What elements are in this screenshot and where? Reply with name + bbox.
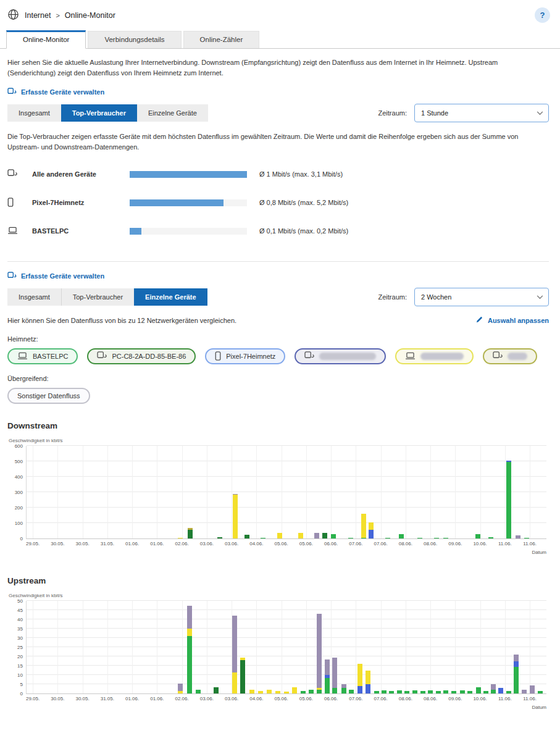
chip-bastelpc[interactable]: BASTELPC (7, 348, 78, 364)
x-tick-label: 05.06. (299, 541, 313, 546)
top-segment-insgesamt[interactable]: Insgesamt (7, 104, 61, 122)
x-tick-label: 06.06. (324, 541, 338, 546)
chart-bar (332, 658, 337, 694)
device-name: BASTELPC (32, 227, 130, 235)
chart-bar (301, 691, 306, 694)
laptop-icon (405, 352, 416, 361)
chart-bar (292, 687, 297, 694)
device-stack-icon (7, 88, 17, 96)
chevron-down-icon (537, 293, 543, 301)
breadcrumb-internet[interactable]: Internet (25, 11, 51, 20)
chart-bar (506, 461, 511, 538)
chart-bar (267, 690, 272, 694)
x-tick-label: 10.06. (473, 696, 487, 701)
x-tick-label: 30.05. (51, 541, 64, 546)
y-tick-label: 35 (7, 626, 23, 632)
y-axis-label: Geschwindigkeit in kbit/s (9, 593, 63, 598)
laptop-icon (7, 227, 32, 236)
chart-bar (275, 691, 280, 694)
chart-bar (188, 528, 193, 539)
chart-bar (314, 533, 319, 538)
tab-bar: Online-MonitorVerbindungsdetailsOnline-Z… (0, 30, 560, 49)
adjust-selection-label: Auswahl anpassen (488, 317, 549, 324)
x-tick-label: 11.06. (523, 696, 537, 701)
chip-sonstiger-datenfluss[interactable]: Sonstiger Datenfluss (7, 388, 90, 404)
chart-bar (233, 494, 238, 539)
x-tick-label: 29.05. (26, 541, 40, 546)
device-name: Pixel-7Heimnetz (32, 199, 130, 206)
device-row-bastelpc: BASTELPCØ 0,1 Mbit/s (max. 0,2 Mbit/s) (7, 217, 549, 245)
bottom-segment-top-verbraucher[interactable]: Top-Verbraucher (61, 288, 134, 306)
chip-label: Pixel-7Heimnetz (226, 353, 275, 360)
y-tick-label: 25 (7, 645, 23, 650)
tab-online-monitor[interactable]: Online-Monitor (6, 30, 86, 49)
manage-devices-link-top[interactable]: Erfasste Geräte verwalten (7, 88, 549, 96)
chart-bar (369, 522, 374, 538)
x-tick-label: 07.06. (349, 696, 362, 701)
chart-bar (361, 514, 366, 538)
phone-icon (7, 198, 32, 208)
laptop-icon (17, 352, 28, 361)
chip-pc-c8-2a-dd-85-be-86[interactable]: PC-C8-2A-DD-85-BE-86 (87, 348, 196, 364)
chart-bar (298, 533, 303, 539)
chart-bar (261, 538, 265, 538)
devices-icon (97, 351, 107, 361)
section-divider (7, 261, 549, 262)
x-tick-label: 01.06. (125, 541, 139, 546)
chip-redacted-device-6[interactable] (483, 348, 537, 364)
chip-pixel-7heimnetz[interactable]: Pixel-7Heimnetz (205, 348, 285, 364)
chart-bar (514, 655, 519, 693)
chip-label: BASTELPC (33, 353, 68, 360)
x-tick-label: 31.05. (101, 541, 114, 546)
device-row-pixel-7heimnetz: Pixel-7HeimnetzØ 0,8 Mbit/s (max. 5,2 Mb… (7, 188, 549, 217)
usage-bar-track (130, 171, 247, 178)
top-consumer-description: Die Top-Verbraucher zeigen erfasste Gerä… (7, 132, 548, 153)
x-tick-label: 06.06. (324, 696, 338, 701)
adjust-selection-link[interactable]: Auswahl anpassen (475, 316, 549, 325)
chart-bar (460, 690, 465, 693)
x-axis-label: Datum (532, 550, 546, 555)
manage-devices-link-bottom[interactable]: Erfasste Geräte verwalten (7, 272, 549, 280)
chart-bar (374, 691, 379, 694)
x-tick-label: 01.06. (125, 696, 139, 701)
zeitraum-select-bottom[interactable]: 2 Wochen (414, 288, 549, 306)
chart-bar (404, 691, 409, 694)
chart-bar (196, 690, 201, 693)
x-tick-label: 03.06. (200, 696, 214, 701)
chart-bar (491, 684, 496, 693)
y-tick-label: 0 (7, 536, 23, 542)
tab-online-z-hler[interactable]: Online-Zähler (183, 31, 260, 48)
chip-redacted-device-4[interactable] (295, 348, 386, 364)
top-segment-top-verbraucher[interactable]: Top-Verbraucher (61, 104, 137, 122)
chevron-down-icon (537, 109, 543, 117)
bottom-segment-insgesamt[interactable]: Insgesamt (7, 288, 61, 306)
x-tick-label: 09.06. (448, 696, 462, 701)
top-segment-einzelne-ger-te[interactable]: Einzelne Geräte (137, 104, 208, 122)
zeitraum-select-top[interactable]: 1 Stunde (414, 104, 549, 122)
devices-icon (304, 351, 314, 361)
y-tick-label: 400 (7, 474, 23, 480)
x-tick-label: 03.06. (200, 541, 214, 546)
usage-bar-track (130, 228, 247, 235)
usage-bar-fill (130, 171, 247, 178)
top-consumer-list: Alle anderen GeräteØ 1 Mbit/s (max. 3,1 … (7, 160, 549, 245)
x-tick-label: 03.06. (225, 696, 238, 701)
uebergreifend-label: Übergreifend: (7, 375, 549, 382)
chart-bar (443, 690, 448, 693)
chip-redacted-device-5[interactable] (395, 348, 474, 364)
chart-bar (467, 691, 472, 694)
bottom-segment-einzelne-ger-te[interactable]: Einzelne Geräte (134, 288, 207, 306)
y-tick-label: 50 (7, 598, 23, 604)
device-chip-row: BASTELPCPC-C8-2A-DD-85-BE-86Pixel-7Heimn… (7, 348, 549, 364)
tab-verbindungsdetails[interactable]: Verbindungsdetails (88, 31, 181, 48)
y-tick-label: 300 (7, 490, 23, 495)
help-button[interactable]: ? (535, 7, 550, 23)
chart-bar (483, 691, 488, 694)
manage-devices-label: Erfasste Geräte verwalten (21, 88, 104, 96)
chart-bar (382, 690, 387, 693)
zeitraum-value-bottom: 2 Wochen (421, 293, 537, 301)
downstream-heading: Downstream (7, 421, 549, 430)
x-tick-label: 08.06. (399, 541, 412, 546)
y-tick-label: 200 (7, 505, 23, 511)
intro-text: Hier sehen Sie die aktuelle Auslastung I… (7, 57, 548, 78)
